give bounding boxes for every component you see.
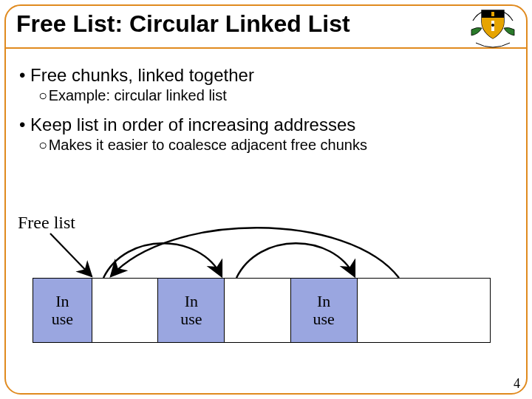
bullet-lvl1: Keep list in order of increasing address… — [19, 115, 513, 135]
slide-title: Free List: Circular Linked List — [16, 10, 350, 38]
free-list-label: Free list — [18, 213, 75, 233]
bullet-list: Free chunks, linked together Example: ci… — [19, 61, 513, 164]
chunk-label: In use — [180, 293, 202, 328]
chunk-label: In use — [313, 293, 335, 328]
memory-bar: In useIn useIn use — [33, 278, 491, 343]
svg-point-1 — [491, 24, 494, 27]
svg-rect-0 — [491, 12, 494, 16]
bullet-lvl1: Free chunks, linked together — [19, 65, 513, 86]
chunk-in-use: In use — [33, 279, 92, 342]
chunk-free — [358, 279, 490, 342]
chunk-in-use: In use — [291, 279, 358, 342]
chunk-label: In use — [52, 293, 73, 328]
chunk-free — [225, 279, 291, 342]
page-number: 4 — [514, 376, 520, 392]
chunk-free — [92, 279, 159, 342]
crest-icon — [467, 7, 519, 49]
bullet-lvl2: Makes it easier to coalesce adjacent fre… — [38, 137, 513, 154]
title-divider — [6, 47, 526, 49]
chunk-in-use: In use — [158, 279, 225, 342]
bullet-lvl2: Example: circular linked list — [38, 87, 513, 104]
